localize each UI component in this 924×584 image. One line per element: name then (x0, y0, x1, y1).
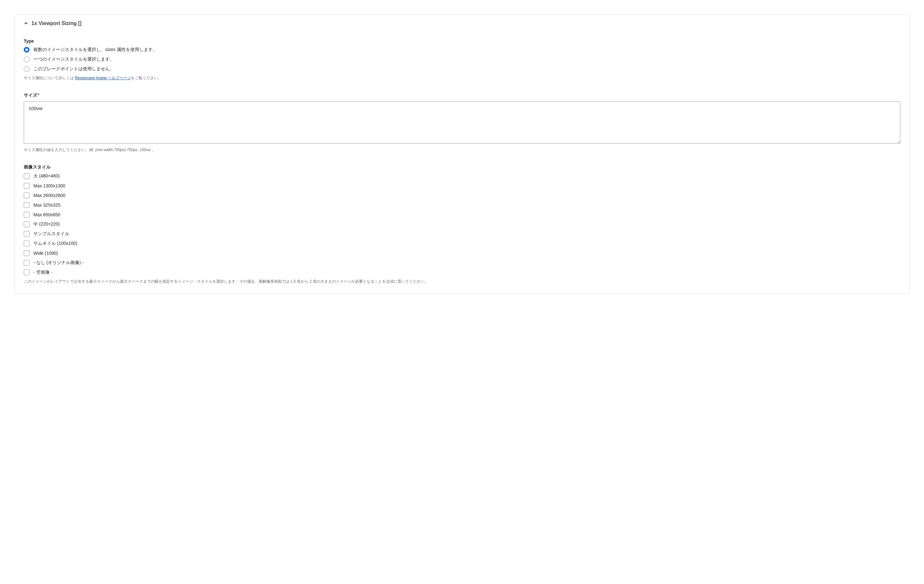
style-label-sample: サンプルスタイル (33, 231, 69, 237)
panel-title: 1x Viewport Sizing [] (31, 21, 81, 26)
style-option-max2600[interactable]: Max 2600x2600 (24, 193, 900, 198)
type-help-text: サイズ属性について詳しくは Responsive Image ヘルプページをご覧… (24, 75, 900, 81)
style-option-thumbnail[interactable]: サムネイル (100x100) (24, 241, 900, 246)
style-checkbox-wide[interactable] (24, 250, 30, 256)
style-label-max1300: Max 1300x1300 (33, 183, 66, 188)
type-radio-single-input[interactable] (24, 56, 30, 62)
size-textarea[interactable] (24, 101, 900, 144)
style-checkbox-max325[interactable] (24, 202, 30, 208)
type-radio-none[interactable]: このブレークポイントは使用しません。 (24, 66, 900, 72)
responsive-image-help-link[interactable]: Responsive Image ヘルプページ (75, 76, 131, 80)
style-checkbox-medium[interactable] (24, 221, 30, 227)
panel-body: Type 複数のイメージスタイルを選択し、sizes 属性を使用します。 一つの… (24, 38, 900, 284)
panel-header-toggle[interactable]: 1x Viewport Sizing [] (24, 21, 900, 26)
size-hint-suffix: 。 (150, 148, 155, 152)
image-styles-checkbox-group: 大 (480×480) Max 1300x1300 Max 2600x2600 … (24, 173, 900, 276)
style-label-thumbnail: サムネイル (100x100) (33, 241, 78, 246)
style-checkbox-thumbnail[interactable] (24, 241, 30, 246)
style-checkbox-none[interactable] (24, 260, 30, 266)
style-checkbox-empty[interactable] (24, 269, 30, 276)
style-option-sample[interactable]: サンプルスタイル (24, 231, 900, 237)
type-radio-multiple[interactable]: 複数のイメージスタイルを選択し、sizes 属性を使用します。 (24, 47, 900, 53)
type-radio-multiple-label: 複数のイメージスタイルを選択し、sizes 属性を使用します。 (33, 47, 157, 53)
style-checkbox-max1300[interactable] (24, 183, 30, 189)
size-label: サイズ* (24, 92, 900, 98)
size-label-text: サイズ (24, 92, 37, 97)
style-option-max1300[interactable]: Max 1300x1300 (24, 183, 900, 189)
style-option-empty[interactable]: - 空画像 - (24, 269, 900, 276)
image-styles-section: 画像スタイル 大 (480×480) Max 1300x1300 Max 260… (24, 164, 900, 284)
type-radio-none-label: このブレークポイントは使用しません。 (33, 66, 114, 72)
style-option-none[interactable]: - なし (オリジナル画像) - (24, 260, 900, 266)
size-hint: サイズ属性の値を入力してください。例: (min-width:700px) 70… (24, 147, 900, 153)
size-hint-prefix: サイズ属性の値を入力してください。例: (24, 148, 95, 152)
style-label-medium: 中 (220×220) (33, 221, 60, 227)
style-option-max650[interactable]: Max 650x650 (24, 212, 900, 218)
style-checkbox-large[interactable] (24, 173, 30, 179)
type-radio-single[interactable]: 一つのイメージスタイルを選択します。 (24, 56, 900, 62)
required-marker: * (38, 92, 39, 97)
image-styles-help: このイメージがレイアウトで占有する最小スペースから最大スペースまでの幅を指定する… (24, 279, 900, 284)
size-section: サイズ* サイズ属性の値を入力してください。例: (min-width:700p… (24, 92, 900, 153)
style-option-medium[interactable]: 中 (220×220) (24, 221, 900, 227)
style-label-max325: Max 325x325 (33, 203, 60, 208)
type-radio-none-input[interactable] (24, 66, 30, 72)
style-option-wide[interactable]: Wide (1090) (24, 250, 900, 256)
type-radio-single-label: 一つのイメージスタイルを選択します。 (33, 56, 114, 62)
style-label-max650: Max 650x650 (33, 212, 60, 217)
type-label: Type (24, 38, 900, 44)
style-label-large: 大 (480×480) (33, 173, 60, 179)
type-radio-group: 複数のイメージスタイルを選択し、sizes 属性を使用します。 一つのイメージス… (24, 47, 900, 72)
style-label-wide: Wide (1090) (33, 251, 58, 256)
size-hint-example: (min-width:700px) 700px, 100vw (95, 148, 151, 152)
style-option-large[interactable]: 大 (480×480) (24, 173, 900, 179)
type-section: Type 複数のイメージスタイルを選択し、sizes 属性を使用します。 一つの… (24, 38, 900, 81)
type-help-suffix: をご覧ください。 (131, 76, 162, 80)
style-checkbox-max2600[interactable] (24, 193, 30, 198)
chevron-up-icon (24, 21, 28, 26)
style-checkbox-sample[interactable] (24, 231, 30, 237)
image-styles-label: 画像スタイル (24, 164, 900, 170)
style-option-max325[interactable]: Max 325x325 (24, 202, 900, 208)
style-label-none: - なし (オリジナル画像) - (33, 260, 83, 266)
style-label-empty: - 空画像 - (33, 269, 52, 276)
style-checkbox-max650[interactable] (24, 212, 30, 218)
type-radio-multiple-input[interactable] (24, 47, 30, 53)
viewport-sizing-panel: 1x Viewport Sizing [] Type 複数のイメージスタイルを選… (15, 15, 909, 294)
type-help-prefix: サイズ属性について詳しくは (24, 76, 75, 80)
style-label-max2600: Max 2600x2600 (33, 193, 66, 198)
